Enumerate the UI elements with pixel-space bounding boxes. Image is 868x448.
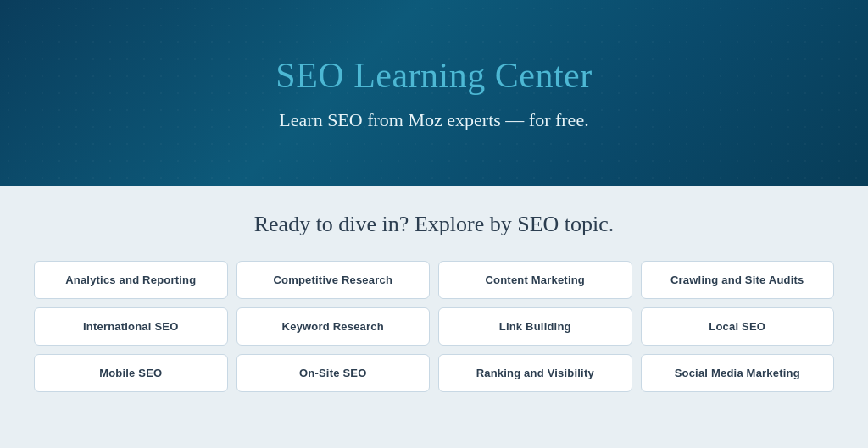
topic-button-international-seo[interactable]: International SEO (34, 307, 228, 346)
topic-button-crawling-site-audits[interactable]: Crawling and Site Audits (641, 261, 835, 299)
topic-button-competitive-research[interactable]: Competitive Research (236, 261, 431, 299)
topics-grid: Analytics and ReportingCompetitive Resea… (34, 261, 834, 392)
topic-button-local-seo[interactable]: Local SEO (641, 307, 835, 346)
topic-button-ranking-visibility[interactable]: Ranking and Visibility (438, 354, 632, 392)
topic-button-analytics-reporting[interactable]: Analytics and Reporting (34, 261, 228, 299)
topic-button-on-site-seo[interactable]: On-Site SEO (236, 354, 431, 392)
topic-button-link-building[interactable]: Link Building (438, 307, 632, 346)
topic-button-mobile-seo[interactable]: Mobile SEO (34, 354, 228, 392)
section-heading: Ready to dive in? Explore by SEO topic. (254, 212, 615, 237)
hero-section: SEO Learning Center Learn SEO from Moz e… (0, 0, 868, 186)
topic-button-keyword-research[interactable]: Keyword Research (236, 307, 431, 346)
hero-subtitle: Learn SEO from Moz experts — for free. (279, 109, 588, 131)
content-section: Ready to dive in? Explore by SEO topic. … (0, 186, 868, 448)
hero-title: SEO Learning Center (275, 55, 592, 96)
topic-button-content-marketing[interactable]: Content Marketing (438, 261, 632, 299)
topic-button-social-media-marketing[interactable]: Social Media Marketing (641, 354, 835, 392)
